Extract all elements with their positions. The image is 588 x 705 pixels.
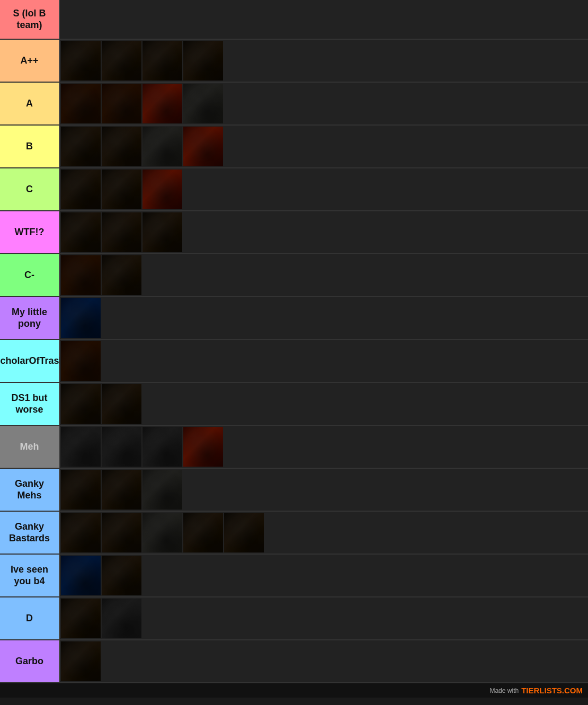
tier-image	[61, 341, 101, 381]
tier-content-meh	[60, 426, 588, 468]
tier-row-s: S (lol B team)	[0, 0, 588, 40]
tier-image	[102, 470, 141, 510]
tier-label-d: D	[0, 597, 60, 639]
tier-image	[102, 427, 141, 467]
tier-image	[142, 513, 182, 552]
tier-image	[61, 470, 101, 510]
tier-image	[61, 298, 101, 338]
tier-label-meh: Meh	[0, 426, 60, 468]
tier-label-ds1: DS1 but worse	[0, 383, 60, 425]
tier-image	[102, 169, 141, 209]
tier-image	[61, 41, 101, 81]
tier-image	[102, 41, 141, 81]
tier-image	[102, 384, 141, 424]
tier-content-seen	[60, 555, 588, 596]
watermark: Made with TIERLISTS.COM	[0, 683, 588, 698]
tier-row-wtf: WTF!?	[0, 211, 588, 254]
tier-content-garbo	[60, 640, 588, 682]
tier-image	[102, 255, 141, 295]
tier-label-cminus: C-	[0, 254, 60, 296]
tier-row-c: C	[0, 168, 588, 211]
tier-row-a: A	[0, 83, 588, 126]
tier-image	[61, 384, 101, 424]
tier-content-gankyb	[60, 512, 588, 554]
tier-image	[142, 212, 182, 252]
tier-content-a	[60, 83, 588, 124]
tier-image	[183, 513, 223, 552]
tier-image	[61, 641, 101, 681]
tier-row-gankyb: Ganky Bastards	[0, 512, 588, 555]
tier-image	[183, 84, 223, 123]
tier-row-seen: Ive seen you b4	[0, 555, 588, 597]
tier-image	[61, 599, 101, 638]
tier-content-scholar	[60, 340, 588, 382]
tier-image	[61, 127, 101, 166]
tier-image	[61, 556, 101, 595]
tier-image	[61, 255, 101, 295]
tier-row-ganky: Ganky Mehs	[0, 469, 588, 512]
tier-row-garbo: Garbo	[0, 640, 588, 683]
tier-image	[102, 84, 141, 123]
tier-label-c: C	[0, 168, 60, 210]
tier-image	[224, 513, 264, 552]
tier-row-d: D	[0, 597, 588, 640]
tier-image	[142, 84, 182, 123]
tier-content-mlp	[60, 297, 588, 339]
tier-image	[61, 84, 101, 123]
tier-content-c	[60, 168, 588, 210]
tier-image	[142, 427, 182, 467]
watermark-brand: TIERLISTS.COM	[521, 686, 583, 695]
tier-label-seen: Ive seen you b4	[0, 555, 60, 596]
tier-image	[102, 127, 141, 166]
tier-image	[61, 212, 101, 252]
tier-content-ds1	[60, 383, 588, 425]
tier-image	[102, 212, 141, 252]
watermark-made-with: Made with	[489, 687, 519, 694]
tier-row-mlp: My little pony	[0, 297, 588, 340]
tier-content-wtf	[60, 211, 588, 253]
tier-row-cminus: C-	[0, 254, 588, 297]
tier-image	[61, 513, 101, 552]
tier-content-s	[60, 0, 588, 39]
tier-image	[183, 127, 223, 166]
tier-label-gankyb: Ganky Bastards	[0, 512, 60, 554]
tier-image	[183, 427, 223, 467]
tier-image	[102, 599, 141, 638]
tier-row-ds1: DS1 but worse	[0, 383, 588, 426]
tier-label-ganky: Ganky Mehs	[0, 469, 60, 511]
tier-label-b: B	[0, 126, 60, 167]
tier-label-s: S (lol B team)	[0, 0, 60, 39]
tier-image	[142, 169, 182, 209]
tier-content-b	[60, 126, 588, 167]
tier-list: S (lol B team)A++ABCWTF!?C-My little pon…	[0, 0, 588, 683]
tier-image	[142, 127, 182, 166]
tier-image	[102, 513, 141, 552]
tier-image	[102, 556, 141, 595]
tier-content-app	[60, 40, 588, 82]
tier-label-scholar: ScholarOfTrash	[0, 340, 60, 382]
tier-label-wtf: WTF!?	[0, 211, 60, 253]
tier-image	[142, 41, 182, 81]
tier-label-app: A++	[0, 40, 60, 82]
tier-label-a: A	[0, 83, 60, 124]
tier-content-cminus	[60, 254, 588, 296]
tier-row-b: B	[0, 126, 588, 168]
tier-row-scholar: ScholarOfTrash	[0, 340, 588, 383]
tier-image	[61, 169, 101, 209]
tier-label-garbo: Garbo	[0, 640, 60, 682]
tier-image	[61, 427, 101, 467]
tier-content-ganky	[60, 469, 588, 511]
tier-row-meh: Meh	[0, 426, 588, 469]
tier-image	[183, 41, 223, 81]
tier-content-d	[60, 597, 588, 639]
tier-image	[142, 470, 182, 510]
tier-row-app: A++	[0, 40, 588, 83]
tier-label-mlp: My little pony	[0, 297, 60, 339]
